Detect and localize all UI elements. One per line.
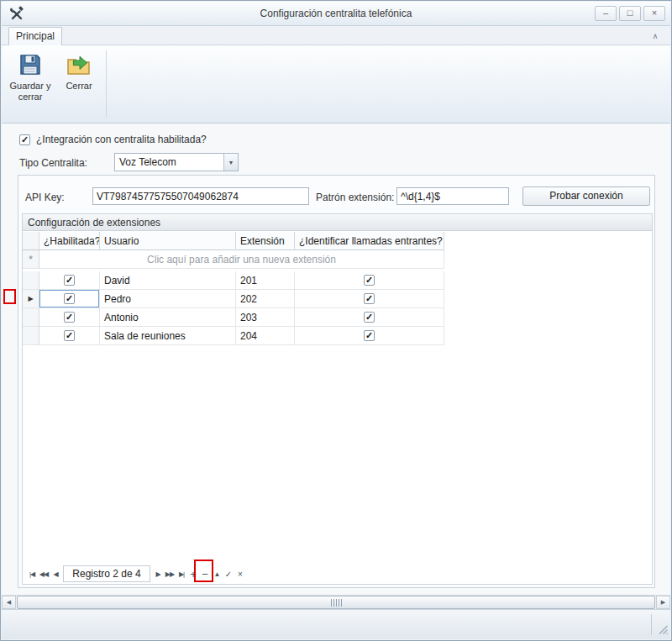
- extension-cell[interactable]: 201: [236, 271, 295, 290]
- nav-next-page-button[interactable]: ▶▶: [164, 565, 176, 582]
- indicator-header-cell: [23, 232, 39, 250]
- habilitada-checkbox[interactable]: ✓: [64, 312, 75, 323]
- row-indicator: [23, 327, 39, 345]
- nav-prev-button[interactable]: ◀: [50, 565, 61, 582]
- current-row-indicator: ▶: [23, 290, 39, 308]
- scrollbar-thumb[interactable]: [17, 596, 655, 609]
- extension-cell[interactable]: 202: [236, 290, 295, 308]
- table-row[interactable]: ✓ David 201 ✓: [23, 271, 444, 290]
- row-indicator: [23, 271, 39, 290]
- annotation-row-indicator-highlight: [3, 289, 16, 304]
- close-folder-icon: [55, 49, 102, 81]
- usuario-cell[interactable]: Pedro: [100, 290, 236, 308]
- tipo-centralita-value: Voz Telecom: [119, 154, 176, 171]
- scroll-right-icon[interactable]: ▶: [656, 596, 670, 609]
- ribbon-body: Guardar y cerrar Cerrar: [2, 45, 670, 123]
- close-button[interactable]: ×: [643, 6, 665, 21]
- guardar-y-cerrar-button[interactable]: Guardar y cerrar: [7, 49, 54, 119]
- ribbon-group-separator: [106, 50, 107, 118]
- save-icon: [7, 49, 54, 81]
- habilitada-cell[interactable]: ✓: [39, 271, 100, 290]
- extension-cell[interactable]: 203: [236, 308, 295, 327]
- column-header-extension[interactable]: Extensión: [236, 232, 295, 250]
- ribbon-tab-row: Principal ∧: [2, 26, 670, 45]
- nav-next-button[interactable]: ▶: [152, 565, 164, 582]
- column-header-usuario[interactable]: Usuario: [100, 232, 236, 250]
- cerrar-label: Cerrar: [58, 81, 100, 92]
- integration-checkbox-row: ✓ ¿Integración con centralita habilitada…: [19, 134, 207, 145]
- integration-label: ¿Integración con centralita habilitada?: [36, 134, 207, 145]
- patron-extension-input[interactable]: [396, 187, 509, 205]
- identificar-checkbox[interactable]: ✓: [364, 330, 375, 341]
- habilitada-cell[interactable]: ✓: [39, 290, 100, 308]
- column-header-identificar[interactable]: ¿Identificar llamadas entrantes?: [295, 232, 444, 250]
- extension-cell[interactable]: 204: [236, 327, 295, 345]
- config-centralita-window: Configuración centralita telefónica – □ …: [0, 0, 672, 641]
- table-row[interactable]: ✓ Sala de reuniones 204 ✓: [23, 327, 444, 345]
- scrollbar-grip: [331, 599, 342, 607]
- usuario-cell[interactable]: Antonio: [100, 308, 236, 327]
- cerrar-button[interactable]: Cerrar: [55, 49, 102, 119]
- nav-end-edit-button[interactable]: ✓: [223, 565, 234, 582]
- annotation-remove-button-highlight: [194, 560, 213, 582]
- status-bar: [2, 609, 670, 639]
- nav-last-button[interactable]: ▶|: [176, 565, 187, 582]
- tipo-centralita-label: Tipo Centralita:: [19, 157, 87, 169]
- tools-icon: [9, 6, 24, 24]
- tipo-centralita-select[interactable]: Voz Telecom ▼: [114, 153, 239, 171]
- habilitada-checkbox[interactable]: ✓: [64, 275, 75, 286]
- titlebar: Configuración centralita telefónica – □ …: [2, 2, 670, 26]
- current-row-arrow-icon: ▶: [28, 295, 33, 302]
- row-indicator: [23, 308, 39, 327]
- identificar-checkbox[interactable]: ✓: [364, 312, 375, 323]
- usuario-cell[interactable]: Sala de reuniones: [100, 327, 236, 345]
- minimize-button[interactable]: –: [595, 6, 617, 21]
- habilitada-checkbox[interactable]: ✓: [64, 330, 75, 341]
- centralita-settings-panel: API Key: Patrón extensión: Probar conexi…: [18, 175, 655, 588]
- identificar-cell[interactable]: ✓: [295, 271, 444, 290]
- guardar-y-cerrar-label: Guardar y cerrar: [9, 81, 51, 102]
- maximize-button[interactable]: □: [619, 6, 641, 21]
- scroll-left-icon[interactable]: ◀: [2, 596, 16, 609]
- extensions-grid: ¿Habilitada? Usuario Extensión ¿Identifi…: [23, 232, 444, 345]
- horizontal-scrollbar[interactable]: ◀ ▶: [2, 595, 670, 609]
- nav-cancel-edit-button[interactable]: ×: [234, 565, 246, 582]
- new-item-row[interactable]: * Clic aquí para añadir una nueva extens…: [23, 250, 444, 269]
- identificar-cell[interactable]: ✓: [295, 290, 444, 308]
- api-key-label: API Key:: [25, 192, 65, 203]
- grid-header-row: ¿Habilitada? Usuario Extensión ¿Identifi…: [23, 232, 444, 250]
- chevron-down-icon[interactable]: ▼: [223, 154, 238, 171]
- new-row-hint[interactable]: Clic aquí para añadir una nueva extensió…: [39, 250, 444, 269]
- usuario-cell[interactable]: David: [100, 271, 236, 290]
- identificar-checkbox[interactable]: ✓: [364, 275, 375, 286]
- probar-conexion-button[interactable]: Probar conexión: [522, 187, 650, 206]
- window-controls: – □ ×: [595, 6, 665, 21]
- api-key-input[interactable]: [92, 187, 309, 205]
- status-bar-divider: [651, 614, 652, 635]
- tab-principal[interactable]: Principal: [8, 27, 62, 45]
- integration-checkbox[interactable]: ✓: [19, 134, 30, 145]
- collapse-ribbon-icon[interactable]: ∧: [648, 29, 662, 43]
- nav-prev-page-button[interactable]: ◀◀: [38, 565, 50, 582]
- habilitada-cell[interactable]: ✓: [39, 327, 100, 345]
- table-row[interactable]: ✓ Antonio 203 ✓: [23, 308, 444, 327]
- column-header-habilitada[interactable]: ¿Habilitada?: [39, 232, 100, 250]
- identificar-cell[interactable]: ✓: [295, 308, 444, 327]
- patron-extension-label: Patrón extensión:: [316, 192, 394, 203]
- resize-grip[interactable]: [657, 623, 669, 638]
- window-title: Configuración centralita telefónica: [2, 2, 670, 26]
- habilitada-cell[interactable]: ✓: [39, 308, 100, 327]
- extensiones-groupbox: Configuración de extensiones ¿Habilitada…: [22, 213, 653, 585]
- identificar-cell[interactable]: ✓: [295, 327, 444, 345]
- table-row-current[interactable]: ▶ ✓ Pedro 202 ✓: [23, 290, 444, 308]
- identificar-checkbox[interactable]: ✓: [364, 293, 375, 304]
- new-row-indicator: *: [23, 250, 39, 269]
- extensiones-group-title: Configuración de extensiones: [23, 214, 652, 231]
- habilitada-checkbox[interactable]: ✓: [64, 293, 75, 304]
- nav-first-button[interactable]: |◀: [26, 565, 38, 582]
- record-position-label: Registro 2 de 4: [63, 565, 150, 582]
